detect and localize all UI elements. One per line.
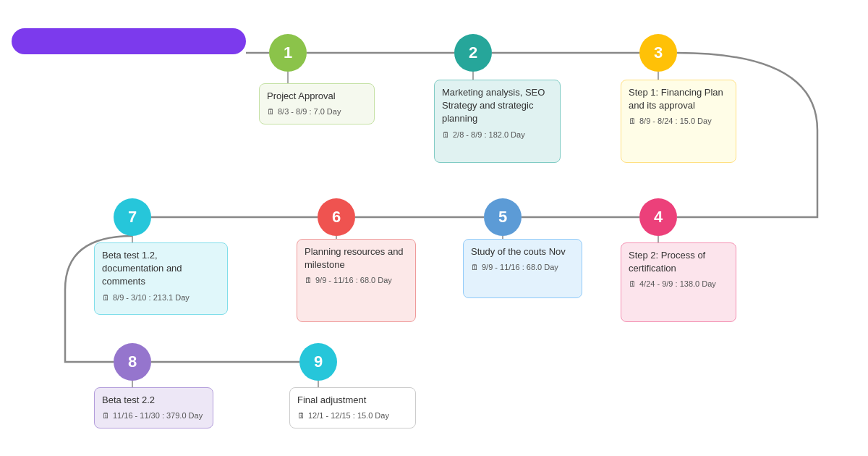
step-date-text-6: 9/9 - 11/16 : 68.0 Day: [315, 275, 392, 286]
step-date-8: 🗓11/16 - 11/30 : 379.0 Day: [102, 410, 205, 421]
step-date-7: 🗓8/9 - 3/10 : 213.1 Day: [102, 292, 220, 303]
step-date-text-4: 4/24 - 9/9 : 138.0 Day: [639, 279, 716, 290]
step-card-3: Step 1: Financing Plan and its approval🗓…: [621, 80, 736, 163]
calendar-icon: 🗓: [102, 410, 110, 421]
step-title-9: Final adjustment: [297, 394, 408, 407]
calendar-icon: 🗓: [629, 279, 637, 290]
step-card-9: Final adjustment🗓12/1 - 12/15 : 15.0 Day: [289, 387, 416, 428]
step-circle-7: 7: [114, 198, 151, 236]
main-canvas: 1Project Approval🗓8/3 - 8/9 : 7.0 Day2Ma…: [0, 0, 868, 456]
step-date-3: 🗓8/9 - 8/24 : 15.0 Day: [629, 116, 728, 127]
step-title-6: Planning resources and milestone: [305, 245, 408, 271]
step-date-text-2: 2/8 - 8/9 : 182.0 Day: [453, 130, 525, 140]
calendar-icon: 🗓: [267, 106, 275, 117]
step-date-9: 🗓12/1 - 12/15 : 15.0 Day: [297, 410, 408, 421]
project-title: [12, 28, 246, 54]
step-card-6: Planning resources and milestone🗓9/9 - 1…: [297, 239, 416, 322]
step-date-1: 🗓8/3 - 8/9 : 7.0 Day: [267, 106, 367, 117]
calendar-icon: 🗓: [471, 262, 479, 273]
step-date-text-5: 9/9 - 11/16 : 68.0 Day: [482, 262, 558, 273]
step-card-1: Project Approval🗓8/3 - 8/9 : 7.0 Day: [259, 83, 375, 124]
step-card-4: Step 2: Process of certification🗓4/24 - …: [621, 242, 736, 322]
calendar-icon: 🗓: [297, 410, 305, 421]
step-date-text-9: 12/1 - 12/15 : 15.0 Day: [308, 410, 389, 421]
calendar-icon: 🗓: [629, 116, 637, 127]
step-circle-2: 2: [454, 34, 492, 72]
step-title-7: Beta test 1.2, documentation and comment…: [102, 249, 220, 289]
step-card-5: Study of the couts Nov🗓9/9 - 11/16 : 68.…: [463, 239, 582, 298]
step-date-text-1: 8/3 - 8/9 : 7.0 Day: [278, 106, 341, 117]
step-title-4: Step 2: Process of certification: [629, 249, 728, 275]
step-date-4: 🗓4/24 - 9/9 : 138.0 Day: [629, 279, 728, 290]
step-title-8: Beta test 2.2: [102, 394, 205, 407]
step-title-1: Project Approval: [267, 90, 367, 103]
step-card-8: Beta test 2.2🗓11/16 - 11/30 : 379.0 Day: [94, 387, 213, 428]
step-circle-1: 1: [269, 34, 307, 72]
calendar-icon: 🗓: [102, 292, 110, 303]
step-title-3: Step 1: Financing Plan and its approval: [629, 86, 728, 112]
step-circle-9: 9: [299, 343, 337, 381]
step-date-text-7: 8/9 - 3/10 : 213.1 Day: [113, 292, 190, 303]
step-circle-3: 3: [639, 34, 677, 72]
step-circle-6: 6: [318, 198, 355, 236]
calendar-icon: 🗓: [442, 130, 450, 140]
step-circle-4: 4: [639, 198, 677, 236]
step-card-7: Beta test 1.2, documentation and comment…: [94, 242, 228, 315]
step-date-6: 🗓9/9 - 11/16 : 68.0 Day: [305, 275, 408, 286]
step-date-text-8: 11/16 - 11/30 : 379.0 Day: [113, 410, 203, 421]
step-circle-5: 5: [484, 198, 522, 236]
step-date-text-3: 8/9 - 8/24 : 15.0 Day: [639, 116, 712, 127]
step-circle-8: 8: [114, 343, 151, 381]
step-date-2: 🗓2/8 - 8/9 : 182.0 Day: [442, 130, 553, 140]
step-card-2: Marketing analysis, SEO Strategy and str…: [434, 80, 561, 163]
step-title-5: Study of the couts Nov: [471, 245, 574, 258]
step-date-5: 🗓9/9 - 11/16 : 68.0 Day: [471, 262, 574, 273]
step-title-2: Marketing analysis, SEO Strategy and str…: [442, 86, 553, 126]
calendar-icon: 🗓: [305, 275, 312, 286]
